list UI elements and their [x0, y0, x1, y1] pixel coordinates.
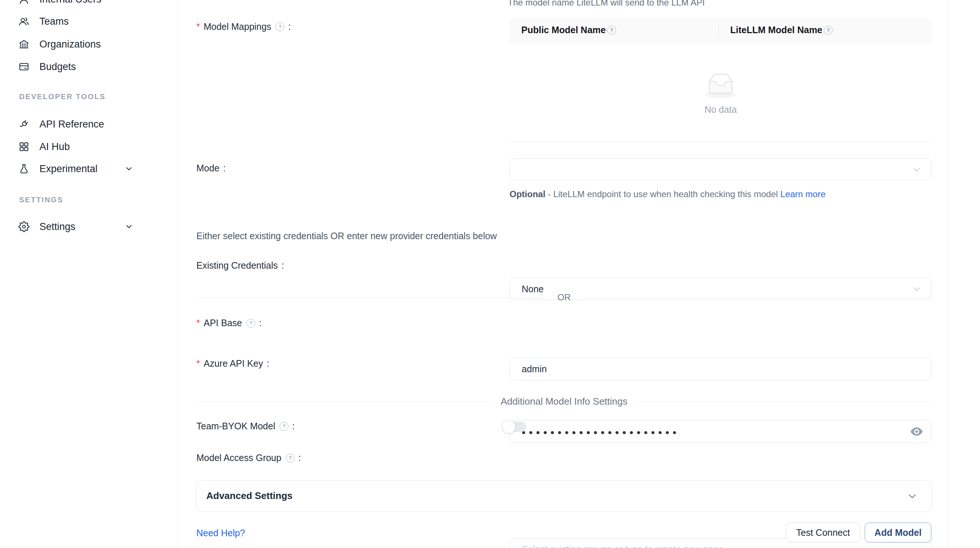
- sidebar-item-label: Budgets: [40, 61, 76, 73]
- sidebar-item-label: Internal Users: [40, 0, 101, 5]
- eye-icon: [910, 426, 924, 437]
- or-divider-text: OR: [557, 292, 571, 303]
- sidebar-item-ai-hub[interactable]: Experimental AI Hub: [18, 135, 134, 158]
- chevron-down-icon: [912, 544, 921, 548]
- sidebar: Internal Users Teams Organizations Budge…: [0, 0, 178, 548]
- sidebar-item-experimental[interactable]: Experimental: [18, 158, 134, 180]
- advanced-settings-panel[interactable]: Advanced Settings: [196, 480, 932, 511]
- empty-inbox-icon: [702, 70, 739, 99]
- add-model-form: The model name LiteLLM will send to the …: [178, 0, 948, 548]
- sidebar-item-label: AI Hub: [40, 141, 70, 153]
- mode-help-text: Optional - LiteLLM endpoint to use when …: [509, 186, 859, 202]
- help-icon[interactable]: ?: [607, 26, 616, 35]
- mode-label: Mode :: [196, 163, 226, 174]
- additional-info-divider: Additional Model Info Settings: [196, 396, 932, 407]
- sidebar-item-internal-users[interactable]: Internal Users: [18, 0, 134, 10]
- user-icon: [18, 0, 29, 5]
- chevron-down-icon: [124, 222, 134, 231]
- need-help-link[interactable]: Need Help?: [196, 528, 245, 538]
- sidebar-item-label: Organizations: [40, 39, 101, 50]
- empty-state: No data: [509, 42, 932, 142]
- help-icon[interactable]: ?: [275, 22, 285, 31]
- model-mappings-table: Public Model Name ? LiteLLM Model Name ?…: [509, 18, 932, 142]
- additional-info-divider-text: Additional Model Info Settings: [501, 396, 627, 407]
- sidebar-section-developer-tools: DEVELOPER TOOLS: [19, 92, 106, 101]
- advanced-settings-title: Advanced Settings: [197, 490, 293, 502]
- flask-icon: [18, 163, 29, 174]
- no-data-text: No data: [705, 104, 737, 115]
- test-connect-button[interactable]: Test Connect: [786, 523, 860, 542]
- teams-icon: [18, 16, 29, 27]
- table-header-row: Public Model Name ? LiteLLM Model Name ?: [509, 18, 932, 43]
- grid-icon: [18, 141, 29, 152]
- sidebar-item-label: API Reference: [40, 119, 104, 130]
- plug-icon: [18, 119, 29, 130]
- model-mappings-label: * Model Mappings ? :: [196, 21, 291, 32]
- or-divider: OR: [196, 292, 932, 303]
- column-divider: [718, 23, 719, 37]
- api-base-field-wrap: [509, 358, 931, 380]
- azure-api-key-input[interactable]: [510, 424, 931, 439]
- sidebar-item-organizations[interactable]: Organizations: [18, 33, 134, 55]
- team-byok-label: Team-BYOK Model ? :: [196, 421, 295, 432]
- model-name-caption: The model name LiteLLM will send to the …: [508, 0, 705, 8]
- column-header-litellm-model-name: LiteLLM Model Name ?: [718, 25, 932, 35]
- gear-icon: [18, 221, 29, 232]
- chevron-down-icon: [907, 491, 917, 501]
- api-base-label: * API Base ? :: [196, 318, 262, 328]
- sidebar-item-teams[interactable]: Teams: [18, 10, 134, 32]
- azure-api-key-label: * Azure API Key :: [196, 358, 269, 369]
- api-base-input[interactable]: [510, 364, 931, 374]
- sidebar-item-label: Teams: [40, 16, 69, 27]
- sidebar-item-api-reference[interactable]: API Reference: [18, 113, 134, 135]
- team-byok-toggle[interactable]: [504, 422, 526, 432]
- required-marker: *: [196, 318, 200, 328]
- sidebar-section-settings: SETTINGS: [19, 196, 64, 204]
- credit-card-icon: [18, 61, 29, 72]
- help-icon[interactable]: ?: [824, 26, 833, 35]
- sidebar-item-settings[interactable]: Settings: [18, 216, 134, 238]
- help-icon[interactable]: ?: [280, 422, 288, 431]
- chevron-down-icon: [124, 164, 134, 173]
- azure-api-key-field-wrap: [509, 420, 931, 443]
- add-model-button[interactable]: Add Model: [865, 523, 931, 542]
- toggle-knob: [502, 420, 515, 433]
- model-access-group-label: Model Access Group ? :: [196, 452, 301, 463]
- required-marker: *: [196, 21, 200, 32]
- select-placeholder: Select existing groups or type to create…: [510, 544, 723, 548]
- bank-icon: [18, 39, 29, 50]
- help-icon[interactable]: ?: [247, 319, 255, 328]
- credentials-note: Either select existing credentials OR en…: [196, 231, 497, 241]
- sidebar-item-label: Settings: [40, 221, 76, 233]
- help-icon[interactable]: ?: [286, 454, 295, 462]
- chevron-down-icon: [912, 165, 921, 174]
- sidebar-item-budgets[interactable]: Budgets: [18, 56, 134, 78]
- learn-more-link[interactable]: Learn more: [780, 189, 826, 199]
- mode-select[interactable]: [509, 158, 931, 180]
- existing-credentials-label: Existing Credentials :: [196, 260, 284, 271]
- column-header-public-model-name: Public Model Name ?: [509, 25, 718, 35]
- add-model-page: Internal Users Teams Organizations Budge…: [0, 0, 980, 548]
- sidebar-item-label: Experimental: [40, 163, 98, 175]
- required-marker: *: [196, 358, 200, 369]
- toggle-password-visibility-button[interactable]: [910, 425, 924, 438]
